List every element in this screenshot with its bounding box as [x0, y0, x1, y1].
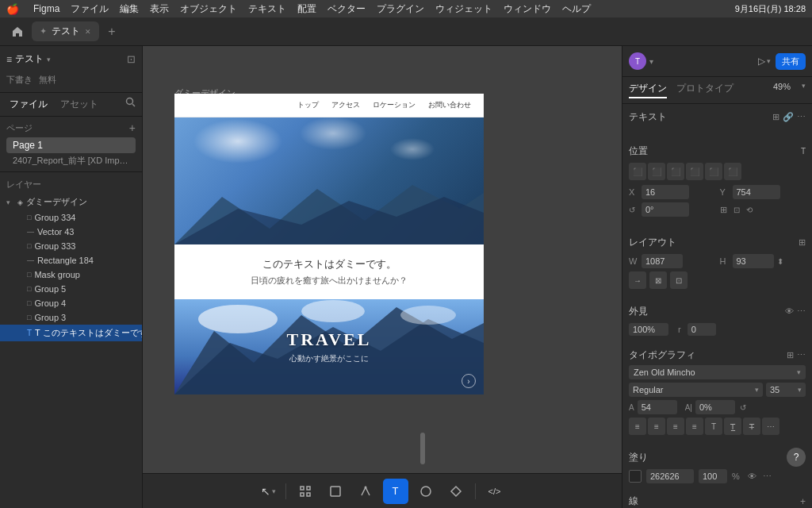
align-bottom-btn[interactable]: ⬛	[724, 163, 741, 180]
pen-tool-btn[interactable]	[353, 479, 378, 504]
page-item-2[interactable]: 2407_Report_前半 [XD Import] [30-Ju...	[6, 153, 136, 168]
text-align-left-btn[interactable]: ≡	[629, 418, 646, 435]
text-info-icon[interactable]: ⋯	[797, 112, 806, 122]
layout-fixed-btn[interactable]: ⊡	[670, 271, 688, 289]
new-tab-button[interactable]: +	[102, 22, 121, 41]
tab-design[interactable]: デザイン	[629, 82, 667, 98]
sidebar-tabs: ファイル アセット	[0, 93, 142, 116]
constraint-icon[interactable]: ⊞	[720, 205, 727, 215]
ellipse-tool-btn[interactable]	[413, 479, 439, 504]
reset-icon[interactable]: ↺	[740, 403, 746, 412]
menu-arrange[interactable]: 配置	[297, 2, 316, 16]
share-button[interactable]: 共有	[776, 53, 806, 70]
menu-widget[interactable]: ウィジェット	[435, 2, 492, 16]
font-size-selector[interactable]: 35 ▾	[766, 383, 806, 397]
zoom-chevron-icon[interactable]: ▾	[802, 82, 806, 98]
help-button[interactable]: ?	[787, 448, 806, 467]
stroke-add-icon[interactable]: +	[800, 496, 806, 507]
layer-group-3[interactable]: □ Group 3	[0, 310, 142, 325]
text-more-btn[interactable]: ⋯	[762, 418, 779, 435]
layer-group-333[interactable]: □ Group 333	[0, 239, 142, 253]
menu-help[interactable]: ヘルプ	[562, 2, 591, 16]
align-top-btn[interactable]: ⬛	[686, 163, 703, 180]
zoom-level[interactable]: 49%	[773, 82, 791, 98]
h-stepper-icon[interactable]: ⬍	[777, 257, 783, 266]
layer-text-dummy[interactable]: T T このテキストはダミーです。日...	[0, 325, 142, 341]
fill-color-swatch[interactable]	[629, 470, 642, 483]
user-menu[interactable]: T ▾	[629, 52, 653, 70]
sidebar-menu-button[interactable]: ≡ テスト ▾	[6, 52, 51, 66]
opacity-input[interactable]	[629, 323, 668, 336]
text-more-icon[interactable]: 🔗	[783, 112, 794, 122]
constraint-btn[interactable]: ⟲	[746, 206, 753, 214]
frame-tool-btn[interactable]	[293, 479, 318, 504]
h-value-input[interactable]	[733, 254, 774, 268]
fill-more-icon[interactable]: ⋯	[763, 471, 772, 482]
w-value-input[interactable]	[642, 254, 683, 268]
align-center-h-btn[interactable]: ⬛	[648, 163, 665, 180]
layout-left-btn[interactable]: →	[629, 271, 646, 289]
text-strikethrough-btn[interactable]: T̶	[743, 418, 760, 435]
align-right-btn[interactable]: ⬛	[667, 163, 684, 180]
y-value-input[interactable]	[733, 185, 780, 199]
menu-edit[interactable]: 編集	[120, 2, 139, 16]
text-transform-btn[interactable]: T	[705, 418, 722, 435]
menu-view[interactable]: 表示	[150, 2, 169, 16]
shape-tool-btn[interactable]	[323, 479, 348, 504]
typo-more-icon[interactable]: ⋯	[797, 350, 806, 360]
component-tool-btn[interactable]	[443, 479, 469, 504]
canvas-area[interactable]: ダミーデザイン トップ アクセス ロケーション お問い合わせ	[143, 46, 622, 508]
select-tool-group[interactable]: ↖ ▾	[258, 485, 279, 498]
typo-grid-icon[interactable]: ⊞	[787, 350, 794, 360]
layout-add-icon[interactable]: ⊞	[799, 237, 806, 248]
sidebar-layout-button[interactable]: ⊡	[127, 53, 136, 65]
add-page-button[interactable]: +	[129, 121, 136, 134]
active-tab[interactable]: ✦ テスト ✕	[32, 21, 99, 41]
text-align-center-btn[interactable]: ≡	[648, 418, 665, 435]
page-item-1[interactable]: Page 1	[6, 137, 136, 153]
text-tool-btn[interactable]: T	[383, 479, 408, 504]
fill-visibility-icon[interactable]: 👁	[748, 471, 756, 481]
text-link-icon[interactable]: ⊞	[772, 112, 779, 122]
menu-object[interactable]: オブジェクト	[180, 2, 237, 16]
layer-mask-group[interactable]: □ Mask group	[0, 267, 142, 282]
layer-group-5[interactable]: □ Group 5	[0, 282, 142, 296]
text-underline-btn[interactable]: T̲	[724, 418, 741, 435]
canvas-scrollbar[interactable]	[420, 433, 425, 464]
menu-vector[interactable]: ベクター	[327, 2, 366, 16]
tab-files[interactable]: ファイル	[6, 96, 51, 113]
menu-text[interactable]: テキスト	[248, 2, 286, 16]
home-button[interactable]	[6, 21, 29, 43]
font-family-selector[interactable]: Zen Old Mincho ▾	[629, 365, 806, 379]
code-tool-btn[interactable]: </>	[482, 479, 508, 504]
visibility-icon[interactable]: 👁	[785, 306, 794, 317]
layer-rect-184[interactable]: — Rectangle 184	[0, 253, 142, 267]
x-value-input[interactable]	[642, 185, 689, 199]
menu-window[interactable]: ウィンドウ	[504, 2, 551, 16]
tab-prototype[interactable]: プロトタイプ	[676, 82, 733, 98]
rotation-input[interactable]	[642, 202, 689, 217]
search-button[interactable]	[125, 96, 136, 113]
menu-plugin[interactable]: プラグイン	[377, 2, 424, 16]
menu-file[interactable]: ファイル	[71, 2, 109, 16]
menu-app-name[interactable]: Figma	[33, 3, 59, 14]
layer-dummy-design[interactable]: ▾ ◈ ダミーデザイン	[0, 194, 142, 210]
layer-vector-43[interactable]: — Vector 43	[0, 225, 142, 239]
corner-input[interactable]	[688, 323, 716, 336]
tab-assets[interactable]: アセット	[57, 96, 102, 113]
present-button[interactable]: ▷ ▾	[758, 56, 771, 67]
align-left-btn[interactable]: ⬛	[629, 163, 646, 180]
fill-opacity-input[interactable]	[699, 469, 727, 483]
line-height-input[interactable]	[638, 400, 677, 414]
tab-close-btn[interactable]: ✕	[85, 28, 91, 36]
layer-group-4[interactable]: □ Group 4	[0, 296, 142, 310]
align-center-v-btn[interactable]: ⬛	[705, 163, 722, 180]
more-icon[interactable]: ⋯	[797, 306, 806, 317]
font-style-selector[interactable]: Regular ▾	[629, 383, 763, 397]
layer-group-334[interactable]: □ Group 334	[0, 210, 142, 225]
fill-hex-input[interactable]	[646, 469, 694, 483]
text-align-justify-btn[interactable]: ≡	[686, 418, 703, 435]
layout-center-btn[interactable]: ⊠	[649, 271, 667, 289]
letter-spacing-input[interactable]	[695, 400, 735, 414]
text-align-right-btn[interactable]: ≡	[667, 418, 684, 435]
